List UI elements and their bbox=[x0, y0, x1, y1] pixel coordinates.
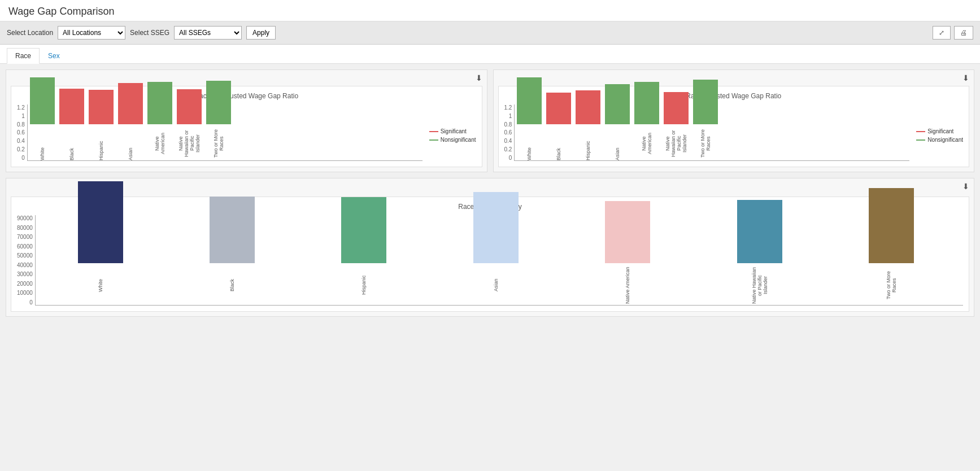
bar-white-adj: White bbox=[517, 77, 542, 160]
location-select[interactable]: All Locations bbox=[58, 26, 125, 40]
bar-native-american-unadj: Native American bbox=[147, 82, 172, 160]
salary-bar-asian: Asian bbox=[435, 192, 556, 305]
salary-download-icon[interactable]: ⬇ bbox=[962, 182, 969, 191]
legend-nonsignificant-adj: Nonsignificant bbox=[916, 137, 963, 143]
salary-bar-white: White bbox=[40, 181, 160, 305]
sseg-select[interactable]: All SSEGs bbox=[174, 26, 242, 40]
legend-significant: Significant bbox=[429, 128, 476, 134]
page-title: Wage Gap Comparison bbox=[0, 0, 980, 21]
apply-button[interactable]: Apply bbox=[246, 26, 276, 40]
tab-sex[interactable]: Sex bbox=[40, 48, 68, 64]
adjusted-download-icon[interactable]: ⬇ bbox=[962, 73, 969, 82]
unadjusted-panel: ⬇ Race Unadjusted Wage Gap Ratio 1.2 1 0… bbox=[6, 69, 487, 172]
bar-black-unadj: Black bbox=[59, 89, 84, 160]
bar-white-unadj: White bbox=[30, 77, 55, 160]
salary-bar-hispanic: Hispanic bbox=[304, 197, 424, 305]
bar-hispanic-unadj: Hispanic bbox=[89, 90, 114, 160]
bar-native-american-adj: Native American bbox=[634, 82, 659, 160]
bar-asian-unadj: Asian bbox=[118, 83, 143, 160]
unadjusted-download-icon[interactable]: ⬇ bbox=[476, 73, 482, 82]
bar-two-adj: Two or More Races bbox=[693, 80, 718, 160]
bar-asian-adj: Asian bbox=[605, 84, 630, 160]
fullscreen-icon[interactable]: ⤢ bbox=[933, 26, 951, 40]
legend-significant-adj: Significant bbox=[916, 128, 963, 134]
bar-nhpi-unadj: Native Hawaiian or Pacific Islander bbox=[177, 89, 202, 160]
bar-black-adj: Black bbox=[546, 93, 571, 160]
bar-nhpi-adj: Native Hawaiian or Pacific Islander bbox=[664, 92, 689, 160]
legend-nonsignificant: Nonsignificant bbox=[429, 137, 476, 143]
adjusted-panel: ⬇ Race Adjusted Wage Gap Ratio 1.2 1 0.8… bbox=[493, 69, 975, 172]
unadjusted-chart-title: Race Unadjusted Wage Gap Ratio bbox=[17, 92, 476, 100]
tab-race[interactable]: Race bbox=[7, 48, 40, 64]
print-icon[interactable]: 🖨 bbox=[954, 26, 973, 40]
location-label: Select Location bbox=[7, 29, 53, 37]
toolbar: Select Location All Locations Select SSE… bbox=[0, 21, 980, 45]
bar-hispanic-adj: Hispanic bbox=[576, 90, 600, 160]
salary-bar-nhpi: Native Hawaiian or Pacific Islander bbox=[699, 200, 820, 305]
adjusted-chart-title: Race Adjusted Wage Gap Ratio bbox=[504, 92, 964, 100]
sseg-label: Select SSEG bbox=[130, 29, 169, 37]
salary-bar-native-american: Native American bbox=[568, 201, 688, 305]
tabs-container: Race Sex bbox=[0, 45, 980, 64]
salary-bar-two-races: Two or More Races bbox=[831, 188, 952, 305]
salary-panel: ⬇ Race Average Salary 90000 80000 70000 … bbox=[6, 178, 974, 317]
bar-two-unadj: Two or More Races bbox=[206, 81, 231, 160]
salary-bar-black: Black bbox=[172, 197, 292, 305]
